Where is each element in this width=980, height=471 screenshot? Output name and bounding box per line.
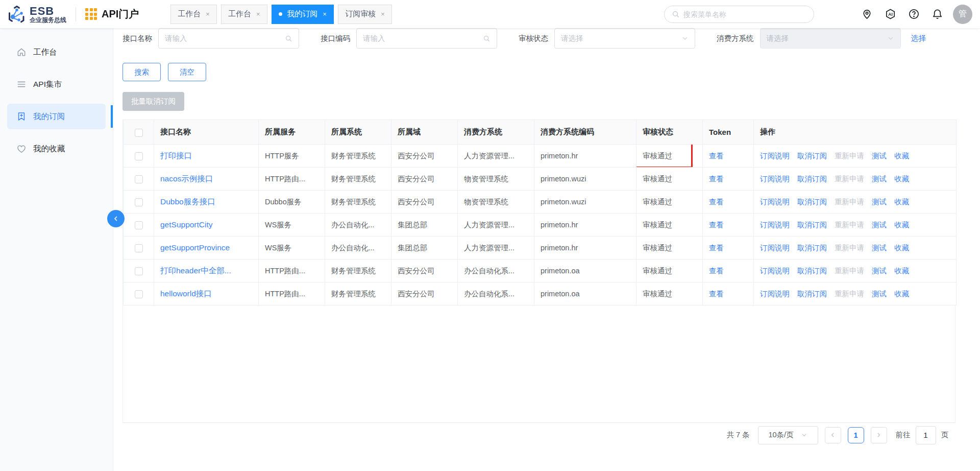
action-unsubscribe[interactable]: 取消订阅 [797, 221, 827, 229]
action-reapply[interactable]: 重新申请 [835, 152, 864, 160]
next-page-button[interactable] [871, 427, 887, 443]
page-size-select[interactable]: 10条/页 [758, 426, 818, 444]
action-test[interactable]: 测试 [872, 244, 887, 252]
action-unsubscribe[interactable]: 取消订阅 [797, 198, 827, 206]
ai-assistant-icon[interactable]: AI [885, 8, 896, 20]
action-favorite[interactable]: 收藏 [894, 198, 909, 206]
clear-button[interactable]: 清空 [168, 63, 206, 81]
action-unsubscribe[interactable]: 取消订阅 [797, 267, 827, 275]
action-unsubscribe[interactable]: 取消订阅 [797, 152, 827, 160]
chevron-left-icon [112, 215, 119, 222]
interface-name-field[interactable] [158, 28, 299, 49]
action-test[interactable]: 测试 [872, 221, 887, 229]
select-all-checkbox[interactable] [135, 129, 143, 137]
close-icon[interactable]: × [206, 10, 210, 18]
close-icon[interactable]: × [381, 10, 385, 18]
audit-status-select[interactable]: 请选择 [554, 28, 695, 49]
action-subscription-info[interactable]: 订阅说明 [760, 267, 790, 275]
token-view-link[interactable]: 查看 [709, 267, 724, 275]
interface-name-input[interactable] [165, 34, 285, 42]
action-favorite[interactable]: 收藏 [894, 221, 909, 229]
sidebar-collapse-button[interactable] [107, 210, 125, 227]
action-test[interactable]: 测试 [872, 175, 887, 183]
action-test[interactable]: 测试 [872, 152, 887, 160]
action-reapply[interactable]: 重新申请 [835, 244, 864, 252]
row-checkbox[interactable] [135, 198, 143, 206]
interface-name-link[interactable]: helloworld接口 [160, 289, 212, 298]
consumer-system-select[interactable]: 请选择 [760, 28, 901, 49]
token-view-link[interactable]: 查看 [709, 221, 724, 229]
action-reapply[interactable]: 重新申请 [835, 198, 864, 206]
action-subscription-info[interactable]: 订阅说明 [760, 244, 790, 252]
sidebar-item-my-favorites[interactable]: 我的收藏 [7, 136, 106, 161]
token-view-link[interactable]: 查看 [709, 290, 724, 298]
service-cell: WS服务 [259, 237, 325, 260]
help-icon[interactable] [908, 8, 920, 20]
action-favorite[interactable]: 收藏 [894, 152, 909, 160]
menu-search-box[interactable] [664, 6, 814, 23]
interface-code-field[interactable] [356, 28, 497, 49]
batch-unsubscribe-button[interactable]: 批量取消订阅 [122, 92, 184, 111]
sidebar-item-api-market[interactable]: API集市 [7, 72, 106, 97]
action-subscription-info[interactable]: 订阅说明 [760, 198, 790, 206]
action-unsubscribe[interactable]: 取消订阅 [797, 175, 827, 183]
consumer-code-cell: primeton.hr [534, 214, 636, 237]
tab-workbench-2[interactable]: 工作台 × [221, 5, 267, 24]
action-favorite[interactable]: 收藏 [894, 290, 909, 298]
row-checkbox[interactable] [135, 290, 143, 298]
action-test[interactable]: 测试 [872, 267, 887, 275]
action-favorite[interactable]: 收藏 [894, 244, 909, 252]
row-checkbox[interactable] [135, 244, 143, 252]
tab-workbench-1[interactable]: 工作台 × [170, 5, 217, 24]
tab-subscription-audit[interactable]: 订阅审核 × [338, 5, 392, 24]
menu-search-input[interactable] [683, 10, 806, 18]
table-row: getSupportCityWS服务办公自动化...集团总部人力资源管理...p… [124, 214, 957, 237]
page-number-button[interactable]: 1 [848, 427, 864, 443]
token-view-link[interactable]: 查看 [709, 244, 724, 252]
interface-name-link[interactable]: getSupportProvince [160, 243, 230, 252]
action-reapply[interactable]: 重新申请 [835, 290, 864, 298]
goto-page-input[interactable] [916, 426, 936, 444]
service-cell: HTTP路由... [259, 168, 325, 191]
user-avatar[interactable]: 管 [953, 5, 972, 24]
action-unsubscribe[interactable]: 取消订阅 [797, 290, 827, 298]
consumer-system-choose-link[interactable]: 选择 [911, 34, 926, 43]
action-reapply[interactable]: 重新申请 [835, 221, 864, 229]
interface-name-link[interactable]: 打印header中全部... [160, 266, 231, 275]
token-view-link[interactable]: 查看 [709, 152, 724, 160]
row-checkbox[interactable] [135, 221, 143, 229]
close-icon[interactable]: × [256, 10, 260, 18]
action-test[interactable]: 测试 [872, 290, 887, 298]
interface-code-input[interactable] [363, 34, 483, 42]
close-icon[interactable]: × [323, 10, 327, 18]
sidebar-item-my-subscriptions[interactable]: 我的订阅 [7, 104, 106, 129]
interface-name-link[interactable]: getSupportCity [160, 220, 213, 229]
row-checkbox[interactable] [135, 175, 143, 183]
tab-my-subscriptions[interactable]: 我的订阅 × [272, 5, 334, 24]
search-button[interactable]: 搜索 [122, 63, 161, 81]
token-view-link[interactable]: 查看 [709, 198, 724, 206]
row-checkbox[interactable] [135, 152, 143, 160]
interface-name-link[interactable]: 打印接口 [160, 151, 192, 160]
action-test[interactable]: 测试 [872, 198, 887, 206]
action-reapply[interactable]: 重新申请 [835, 267, 864, 275]
location-icon[interactable] [861, 8, 873, 20]
action-favorite[interactable]: 收藏 [894, 175, 909, 183]
status-text: 审核通过 [643, 221, 672, 229]
action-favorite[interactable]: 收藏 [894, 267, 909, 275]
row-checkbox[interactable] [135, 267, 143, 275]
action-subscription-info[interactable]: 订阅说明 [760, 290, 790, 298]
action-reapply[interactable]: 重新申请 [835, 175, 864, 183]
goto-label: 前往 [896, 430, 911, 440]
interface-name-link[interactable]: Dubbo服务接口 [160, 197, 215, 206]
chevron-down-icon [801, 432, 807, 438]
action-unsubscribe[interactable]: 取消订阅 [797, 244, 827, 252]
action-subscription-info[interactable]: 订阅说明 [760, 221, 790, 229]
sidebar-item-workbench[interactable]: 工作台 [7, 39, 106, 65]
action-subscription-info[interactable]: 订阅说明 [760, 152, 790, 160]
bell-icon[interactable] [932, 8, 943, 20]
prev-page-button[interactable] [825, 427, 841, 443]
token-view-link[interactable]: 查看 [709, 175, 724, 183]
action-subscription-info[interactable]: 订阅说明 [760, 175, 790, 183]
interface-name-link[interactable]: nacos示例接口 [160, 174, 213, 183]
